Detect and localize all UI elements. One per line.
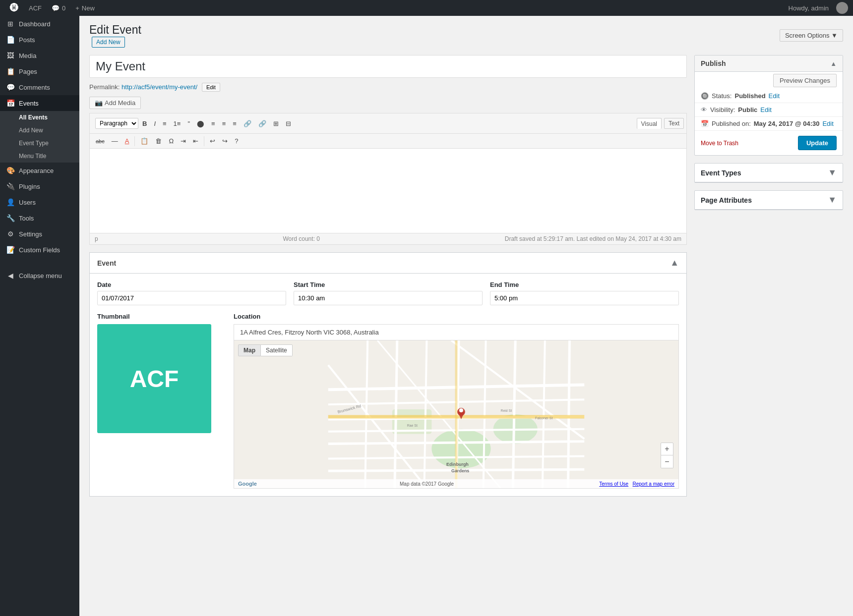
redo-button[interactable]: ↪ bbox=[219, 136, 231, 146]
sidebar-subitem-all-events[interactable]: All Events bbox=[0, 111, 79, 124]
link-button[interactable]: 🔗 bbox=[241, 118, 254, 129]
settings-icon: ⚙ bbox=[6, 230, 15, 238]
dashboard-icon: ⊞ bbox=[6, 20, 15, 28]
map-tab-satellite[interactable]: Satellite bbox=[261, 344, 293, 356]
site-name-item[interactable]: ACF bbox=[24, 0, 47, 16]
visibility-icon: 👁 bbox=[701, 106, 707, 113]
align-left-button[interactable]: ⬤ bbox=[194, 118, 207, 129]
new-item[interactable]: + New bbox=[70, 0, 100, 16]
paragraph-select[interactable]: Paragraph bbox=[95, 118, 138, 129]
end-time-field-group: End Time bbox=[490, 281, 679, 305]
events-icon: 📅 bbox=[6, 99, 15, 107]
page-attributes-header[interactable]: Page Attributes ▼ bbox=[695, 191, 843, 210]
preview-changes-button[interactable]: Preview Changes bbox=[773, 74, 837, 87]
admin-bar: 🅦 ACF 💬 0 + New Howdy, admin bbox=[0, 0, 853, 16]
collapse-icon: ◀ bbox=[6, 272, 15, 280]
wp-logo-icon[interactable]: 🅦 bbox=[5, 0, 24, 16]
sidebar-item-comments[interactable]: 💬 Comments bbox=[0, 79, 79, 95]
terms-link[interactable]: Terms of Use bbox=[599, 481, 628, 487]
report-link[interactable]: Report a map error bbox=[633, 481, 674, 487]
unordered-list-button[interactable]: ≡ bbox=[160, 118, 170, 129]
thumbnail-image[interactable]: ACF bbox=[97, 324, 211, 433]
date-input[interactable] bbox=[97, 291, 286, 305]
sidebar-item-posts[interactable]: 📄 Posts bbox=[0, 32, 79, 48]
event-types-header[interactable]: Event Types ▼ bbox=[695, 164, 843, 182]
text-color-button[interactable]: A bbox=[122, 136, 132, 146]
sidebar-subitem-menu-title[interactable]: Menu Title bbox=[0, 150, 79, 163]
visual-tab[interactable]: Visual bbox=[637, 118, 662, 129]
add-new-button[interactable]: Add New bbox=[92, 37, 125, 48]
users-icon: 👤 bbox=[6, 198, 15, 206]
unlink-button[interactable]: 🔗 bbox=[255, 118, 269, 129]
publish-box-header[interactable]: Publish ▲ bbox=[695, 56, 843, 72]
help-button[interactable]: ? bbox=[232, 136, 241, 146]
special-char-button[interactable]: Ω bbox=[166, 136, 177, 146]
sidebar-item-users[interactable]: 👤 Users bbox=[0, 194, 79, 210]
thumbnail-box: Thumbnail ACF bbox=[97, 313, 226, 489]
event-collapse-icon[interactable]: ▲ bbox=[670, 258, 679, 268]
location-box: Location 1A Alfred Cres, Fitzroy North V… bbox=[234, 313, 679, 489]
outdent-button[interactable]: ⇤ bbox=[190, 136, 201, 146]
published-section: 📅 Published on: May 24, 2017 @ 04:30 Edi… bbox=[695, 117, 843, 131]
sidebar-item-appearance[interactable]: 🎨 Appearance bbox=[0, 163, 79, 178]
published-edit-link[interactable]: Edit bbox=[822, 120, 833, 127]
edit-permalink-button[interactable]: Edit bbox=[202, 83, 220, 92]
add-media-button[interactable]: 📷 Add Media bbox=[89, 97, 141, 109]
zoom-in-button[interactable]: + bbox=[661, 443, 673, 455]
blockquote-button[interactable]: " bbox=[184, 118, 193, 129]
post-title-input[interactable] bbox=[89, 55, 687, 78]
screen-options-button[interactable]: Screen Options ▼ bbox=[780, 29, 843, 42]
map-container[interactable]: Brunswick Rd Reid St Rae St Falconer St … bbox=[234, 340, 679, 489]
status-label: Status: bbox=[712, 92, 731, 100]
page-attributes-toggle-icon[interactable]: ▼ bbox=[828, 195, 837, 205]
paste-button[interactable]: 📋 bbox=[137, 136, 151, 146]
insert-button[interactable]: ⊞ bbox=[270, 118, 282, 129]
text-tab[interactable]: Text bbox=[664, 118, 684, 129]
undo-button[interactable]: ↩ bbox=[207, 136, 218, 146]
end-time-input[interactable] bbox=[490, 291, 679, 305]
acf-logo-text: ACF bbox=[130, 365, 179, 392]
align-right-button[interactable]: ≡ bbox=[219, 118, 229, 129]
zoom-out-button[interactable]: − bbox=[661, 455, 673, 468]
sidebar-item-pages[interactable]: 📋 Pages bbox=[0, 63, 79, 79]
align-center-button[interactable]: ≡ bbox=[208, 118, 218, 129]
custom-fields-icon: 📝 bbox=[6, 246, 15, 254]
sidebar-subitem-event-type[interactable]: Event Type bbox=[0, 137, 79, 150]
map-tab-map[interactable]: Map bbox=[238, 344, 261, 356]
sidebar-item-plugins[interactable]: 🔌 Plugins bbox=[0, 178, 79, 194]
hr-button[interactable]: — bbox=[109, 136, 121, 146]
sidebar-item-tools[interactable]: 🔧 Tools bbox=[0, 210, 79, 226]
map-terms: Terms of Use Report a map error bbox=[599, 481, 674, 487]
event-types-toggle-icon[interactable]: ▼ bbox=[828, 168, 837, 178]
sidebar-item-label: Dashboard bbox=[19, 20, 51, 28]
ordered-list-button[interactable]: 1≡ bbox=[171, 118, 184, 129]
visibility-edit-link[interactable]: Edit bbox=[760, 106, 771, 113]
event-section-header[interactable]: Event ▲ bbox=[89, 252, 687, 273]
move-to-trash-link[interactable]: Move to Trash bbox=[701, 140, 738, 147]
map-type-buttons: Map Satellite bbox=[238, 344, 293, 356]
main-content: Edit Event Add New Screen Options ▼ Perm… bbox=[79, 16, 853, 616]
publish-collapse-icon[interactable]: ▲ bbox=[830, 60, 837, 67]
clear-format-button[interactable]: 🗑 bbox=[152, 136, 165, 146]
editor-body[interactable] bbox=[90, 149, 686, 233]
italic-button[interactable]: I bbox=[151, 118, 159, 129]
align-justify-button[interactable]: ≡ bbox=[230, 118, 240, 129]
sidebar-item-media[interactable]: 🖼 Media bbox=[0, 48, 79, 63]
event-types-box: Event Types ▼ bbox=[694, 163, 843, 183]
strikethrough-button[interactable]: abc bbox=[93, 137, 108, 146]
sidebar-subitem-add-new[interactable]: Add New bbox=[0, 124, 79, 137]
sidebar-item-events[interactable]: 📅 Events bbox=[0, 95, 79, 111]
update-button[interactable]: Update bbox=[798, 136, 837, 150]
status-edit-link[interactable]: Edit bbox=[769, 92, 780, 100]
bold-button[interactable]: B bbox=[139, 118, 150, 129]
sidebar-item-collapse[interactable]: ◀ Collapse menu bbox=[0, 268, 79, 283]
toolbar-toggle-button[interactable]: ⊟ bbox=[283, 118, 294, 129]
sidebar-postboxes: Publish ▲ Preview Changes 🔘 Status: Publ… bbox=[694, 55, 843, 497]
start-time-input[interactable] bbox=[294, 291, 483, 305]
sidebar-item-custom-fields[interactable]: 📝 Custom Fields bbox=[0, 242, 79, 258]
comments-item[interactable]: 💬 0 bbox=[47, 0, 70, 16]
indent-button[interactable]: ⇥ bbox=[178, 136, 189, 146]
permalink-link[interactable]: http://acf5/event/my-event/ bbox=[122, 83, 197, 91]
sidebar-item-settings[interactable]: ⚙ Settings bbox=[0, 226, 79, 242]
sidebar-item-dashboard[interactable]: ⊞ Dashboard bbox=[0, 16, 79, 32]
